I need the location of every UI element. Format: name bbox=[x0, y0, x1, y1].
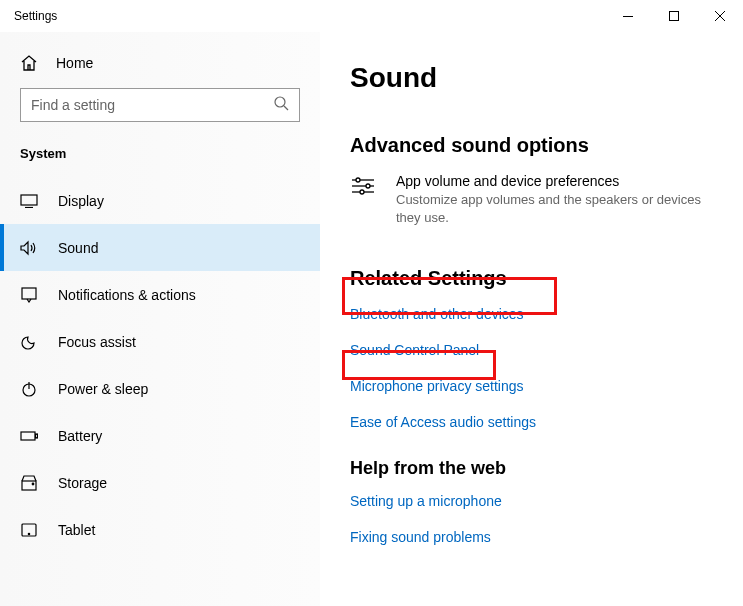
svg-point-14 bbox=[32, 483, 34, 485]
sidebar-item-label: Display bbox=[58, 193, 104, 209]
sidebar-item-display[interactable]: Display bbox=[0, 177, 320, 224]
sidebar-item-label: Tablet bbox=[58, 522, 95, 538]
svg-rect-12 bbox=[36, 434, 38, 438]
svg-rect-8 bbox=[22, 288, 36, 299]
home-label: Home bbox=[56, 55, 93, 71]
link-microphone-privacy[interactable]: Microphone privacy settings bbox=[350, 378, 743, 394]
power-icon bbox=[20, 380, 38, 398]
sidebar-item-focus-assist[interactable]: Focus assist bbox=[0, 318, 320, 365]
search-input[interactable] bbox=[31, 97, 274, 113]
link-sound-control-panel[interactable]: Sound Control Panel bbox=[350, 342, 743, 358]
tablet-icon bbox=[20, 521, 38, 539]
advanced-heading: Advanced sound options bbox=[350, 134, 743, 157]
sound-icon bbox=[20, 239, 38, 257]
related-settings-heading: Related Settings bbox=[350, 267, 743, 290]
svg-point-22 bbox=[360, 190, 364, 194]
svg-rect-1 bbox=[670, 12, 679, 21]
sidebar-item-tablet[interactable]: Tablet bbox=[0, 506, 320, 553]
sliders-icon bbox=[350, 175, 378, 201]
page-title: Sound bbox=[350, 62, 743, 94]
sidebar-item-label: Battery bbox=[58, 428, 102, 444]
minimize-button[interactable] bbox=[605, 0, 651, 32]
notifications-icon bbox=[20, 286, 38, 304]
sidebar-item-label: Sound bbox=[58, 240, 98, 256]
sidebar-item-label: Notifications & actions bbox=[58, 287, 196, 303]
sidebar-item-label: Storage bbox=[58, 475, 107, 491]
svg-rect-13 bbox=[22, 481, 36, 490]
sidebar: Home System Display Sound Notifications … bbox=[0, 32, 320, 606]
link-setup-microphone[interactable]: Setting up a microphone bbox=[350, 493, 743, 509]
sidebar-item-label: Focus assist bbox=[58, 334, 136, 350]
battery-icon bbox=[20, 427, 38, 445]
svg-point-4 bbox=[275, 97, 285, 107]
display-icon bbox=[20, 192, 38, 210]
sidebar-item-battery[interactable]: Battery bbox=[0, 412, 320, 459]
app-volume-preferences-row[interactable]: App volume and device preferences Custom… bbox=[350, 173, 743, 227]
svg-rect-11 bbox=[21, 432, 35, 440]
sidebar-item-notifications[interactable]: Notifications & actions bbox=[0, 271, 320, 318]
link-bluetooth-devices[interactable]: Bluetooth and other devices bbox=[350, 306, 743, 322]
app-volume-title: App volume and device preferences bbox=[396, 173, 713, 189]
titlebar: Settings bbox=[0, 0, 743, 32]
sidebar-item-sound[interactable]: Sound bbox=[0, 224, 320, 271]
sidebar-item-label: Power & sleep bbox=[58, 381, 148, 397]
maximize-button[interactable] bbox=[651, 0, 697, 32]
svg-point-16 bbox=[28, 533, 29, 534]
link-fixing-sound-problems[interactable]: Fixing sound problems bbox=[350, 529, 743, 545]
search-icon bbox=[274, 96, 289, 115]
svg-point-20 bbox=[366, 184, 370, 188]
help-heading: Help from the web bbox=[350, 458, 743, 479]
home-icon bbox=[20, 54, 38, 72]
sidebar-item-storage[interactable]: Storage bbox=[0, 459, 320, 506]
home-button[interactable]: Home bbox=[0, 44, 320, 82]
main-content: Sound Advanced sound options App volume … bbox=[320, 32, 743, 606]
sidebar-item-power-sleep[interactable]: Power & sleep bbox=[0, 365, 320, 412]
window-controls bbox=[605, 0, 743, 32]
focus-assist-icon bbox=[20, 333, 38, 351]
close-button[interactable] bbox=[697, 0, 743, 32]
svg-point-18 bbox=[356, 178, 360, 182]
svg-line-5 bbox=[284, 106, 288, 110]
svg-rect-6 bbox=[21, 195, 37, 205]
search-box[interactable] bbox=[20, 88, 300, 122]
link-ease-of-access-audio[interactable]: Ease of Access audio settings bbox=[350, 414, 743, 430]
section-label: System bbox=[0, 140, 320, 177]
window-title: Settings bbox=[14, 9, 605, 23]
app-volume-desc: Customize app volumes and the speakers o… bbox=[396, 191, 713, 227]
storage-icon bbox=[20, 474, 38, 492]
